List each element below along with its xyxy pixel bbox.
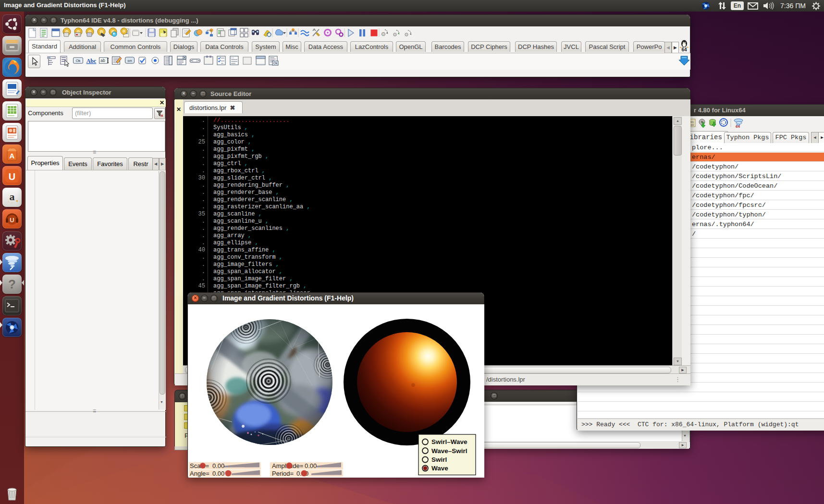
svg-text:Abc: Abc [86, 58, 97, 64]
svg-text:Wave: Wave [431, 465, 448, 472]
svg-text:64: 64 [736, 124, 740, 128]
svg-text:ab: ab [100, 58, 105, 63]
svg-text:0.00: 0.00 [212, 462, 224, 469]
svg-text:Ok: Ok [75, 59, 81, 63]
svg-text:Swirl: Swirl [431, 456, 447, 463]
svg-text:U: U [10, 216, 14, 224]
svg-text:on: on [127, 59, 132, 63]
svg-text:0.00: 0.00 [305, 462, 317, 469]
svg-text:64: 64 [681, 47, 687, 52]
svg-text:A: A [10, 152, 15, 160]
svg-text:10: 10 [690, 123, 694, 127]
svg-text:?: ? [8, 277, 16, 291]
svg-text:U: U [9, 171, 15, 182]
svg-text:Scale=: Scale= [190, 462, 209, 469]
svg-text:Swirl–Wave: Swirl–Wave [431, 438, 467, 445]
svg-text:Wave–Swirl: Wave–Swirl [431, 447, 467, 455]
svg-text:Angle=: Angle= [190, 470, 209, 477]
svg-text:Period=: Period= [272, 470, 294, 477]
svg-text:0.00: 0.00 [212, 470, 224, 477]
svg-text:a: a [10, 191, 15, 203]
svg-text:Ok: Ok [273, 61, 278, 65]
